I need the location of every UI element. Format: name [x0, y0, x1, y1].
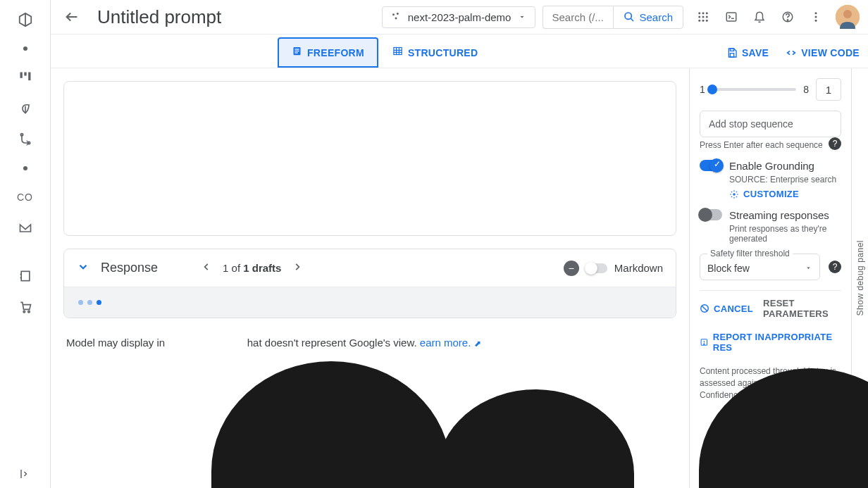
- table-icon: [392, 46, 403, 59]
- svg-point-28: [843, 10, 852, 18]
- svg-point-16: [702, 16, 705, 18]
- markdown-toggle[interactable]: − Markdown: [564, 261, 663, 276]
- colab-icon[interactable]: CO: [11, 183, 39, 211]
- topbar: Untitled prompt next-2023-palm-demo Sear…: [51, 0, 868, 35]
- project-selector[interactable]: next-2023-palm-demo: [382, 6, 536, 28]
- svg-point-14: [706, 12, 708, 14]
- tab-freeform[interactable]: FREEFORM: [278, 37, 378, 68]
- svg-point-13: [702, 12, 705, 14]
- svg-point-6: [23, 311, 25, 313]
- svg-point-18: [698, 20, 700, 22]
- minus-circle-icon: −: [564, 261, 579, 276]
- streaming-toggle[interactable]: Streaming responses Print responses as t…: [700, 209, 841, 244]
- customize-grounding-button[interactable]: CUSTOMIZE: [729, 189, 836, 199]
- svg-point-12: [698, 12, 700, 14]
- svg-point-20: [706, 20, 708, 22]
- stop-sequence-input[interactable]: Add stop sequence: [700, 111, 841, 137]
- svg-point-19: [702, 20, 705, 22]
- response-title: Response: [101, 261, 158, 275]
- svg-point-23: [787, 20, 788, 21]
- svg-rect-1: [24, 73, 26, 76]
- svg-point-10: [395, 17, 397, 19]
- tab-structured[interactable]: STRUCTURED: [378, 37, 492, 68]
- slider-thumb[interactable]: [707, 85, 717, 94]
- page-title: Untitled prompt: [97, 6, 221, 28]
- leaf-icon[interactable]: [11, 94, 39, 123]
- grounding-toggle[interactable]: Enable Grounding SOURCE: Enterprise sear…: [700, 160, 841, 199]
- notifications-icon[interactable]: [747, 4, 772, 30]
- candidate-count-slider[interactable]: 1 8 1: [700, 78, 841, 101]
- svg-point-17: [706, 16, 708, 18]
- prompt-editor[interactable]: [63, 81, 676, 236]
- expand-rail-icon[interactable]: [11, 460, 39, 488]
- svg-rect-33: [394, 48, 402, 55]
- svg-rect-35: [730, 53, 733, 56]
- report-link[interactable]: REPORT INAPPROPRIATE RES: [700, 332, 841, 353]
- deploy-icon[interactable]: [11, 262, 39, 290]
- search-box: Search: [542, 6, 683, 29]
- svg-rect-30: [294, 49, 299, 49]
- view-code-button[interactable]: VIEW CODE: [786, 47, 860, 58]
- safety-filter-select[interactable]: Safety filter threshold Block few: [700, 254, 820, 280]
- chevron-down-icon: [805, 263, 812, 274]
- svg-rect-34: [730, 49, 733, 51]
- search-input[interactable]: [542, 6, 613, 29]
- back-button[interactable]: [59, 4, 85, 30]
- svg-rect-31: [294, 51, 299, 51]
- envelope-icon[interactable]: [11, 214, 39, 242]
- rail-divider: [23, 166, 27, 170]
- help-icon[interactable]: ?: [829, 261, 841, 273]
- drafts-pager: 1 of 1 drafts: [197, 259, 306, 277]
- drafts-count: 1 of 1 drafts: [223, 262, 281, 274]
- svg-point-15: [698, 16, 700, 18]
- disclaimer-text: Model may display in hat doesn't represe…: [63, 331, 676, 354]
- svg-rect-2: [28, 73, 30, 81]
- toggle-switch[interactable]: [700, 160, 722, 171]
- help-icon[interactable]: [775, 4, 800, 30]
- rail-divider: [23, 46, 27, 51]
- svg-point-8: [392, 13, 395, 15]
- svg-rect-32: [294, 52, 297, 53]
- candidate-count-value[interactable]: 1: [816, 78, 841, 101]
- branch-icon[interactable]: [11, 125, 39, 154]
- project-icon: [391, 11, 401, 23]
- apps-grid-icon[interactable]: [690, 4, 716, 30]
- svg-point-26: [815, 20, 817, 22]
- prev-draft-icon[interactable]: [197, 259, 216, 277]
- reset-parameters-button[interactable]: RESET PARAMETERS: [763, 298, 841, 319]
- learn-more-link[interactable]: earn more. ⬈: [420, 337, 481, 349]
- toggle-switch[interactable]: [586, 263, 607, 273]
- dashboard-icon[interactable]: [11, 63, 39, 92]
- loading-dots-icon: [78, 300, 662, 305]
- document-icon: [292, 46, 302, 59]
- toggle-switch[interactable]: [700, 209, 722, 220]
- response-loading: [64, 287, 676, 318]
- cart-icon[interactable]: [11, 293, 39, 321]
- terminal-icon[interactable]: [719, 4, 744, 30]
- avatar[interactable]: [836, 5, 860, 29]
- external-link-icon: ⬈: [474, 339, 481, 349]
- next-draft-icon[interactable]: [288, 259, 306, 277]
- mode-bar: FREEFORM STRUCTURED SAVE VIEW CODE: [51, 35, 868, 68]
- more-icon[interactable]: [803, 4, 829, 30]
- chevron-down-icon: [518, 11, 526, 23]
- search-button[interactable]: Search: [613, 6, 683, 29]
- cancel-button[interactable]: CANCEL: [700, 298, 753, 319]
- nav-rail: CO: [0, 0, 51, 488]
- svg-point-36: [733, 193, 736, 196]
- save-button[interactable]: SAVE: [726, 47, 769, 58]
- svg-point-25: [815, 16, 817, 18]
- product-logo-icon[interactable]: [11, 6, 39, 34]
- collapse-response-icon[interactable]: [77, 261, 89, 276]
- stop-sequence-hint: Press Enter after each sequence: [700, 140, 823, 150]
- svg-point-39: [704, 344, 705, 344]
- svg-rect-21: [726, 13, 736, 21]
- svg-point-7: [27, 311, 30, 313]
- project-name: next-2023-palm-demo: [408, 11, 512, 23]
- svg-point-24: [815, 12, 817, 14]
- svg-rect-0: [20, 73, 22, 78]
- response-card: Response 1 of 1 drafts −: [63, 249, 676, 318]
- help-icon[interactable]: ?: [829, 137, 841, 150]
- svg-point-9: [397, 13, 399, 15]
- svg-rect-5: [21, 271, 30, 280]
